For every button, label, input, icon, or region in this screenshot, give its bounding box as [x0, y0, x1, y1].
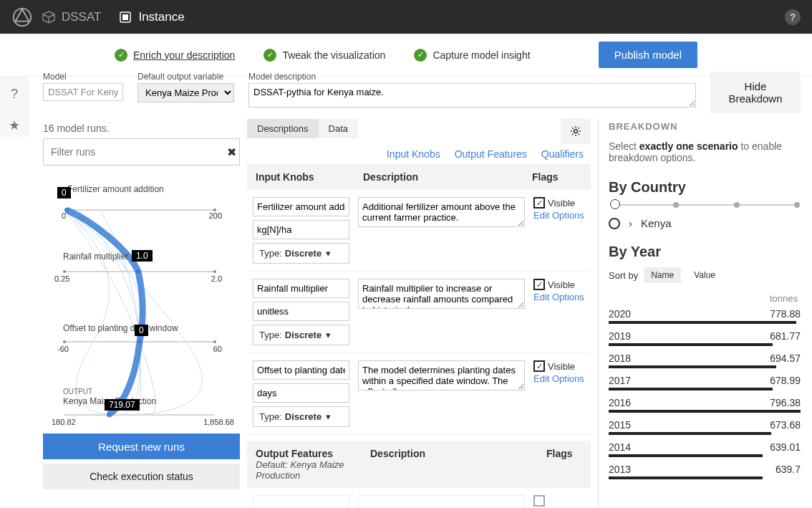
instance-icon [118, 10, 132, 24]
publish-button[interactable]: Publish model [599, 42, 697, 68]
year-row[interactable]: 2017678.99 [609, 375, 801, 390]
viz-axis1-badge: 0 [57, 187, 71, 198]
edit-options-link[interactable]: Edit Options [533, 210, 585, 221]
brand-instance[interactable]: Instance [118, 10, 184, 24]
sort-value-button[interactable]: Value [687, 267, 722, 283]
desc-label: Model description [248, 72, 696, 82]
visible-checkbox[interactable] [533, 360, 545, 372]
by-country-heading: By Country [609, 179, 801, 196]
visible-checkbox[interactable] [533, 197, 545, 209]
of-name-input[interactable] [253, 495, 349, 508]
knob-name-input[interactable] [253, 360, 349, 380]
year-value: 639.01 [770, 441, 801, 453]
brand-dssat-label: DSSAT [62, 10, 101, 24]
year-row[interactable]: 2015673.68 [609, 419, 801, 435]
knob-row: Type: Discrete ▾ Additional fertilizer a… [247, 190, 591, 272]
step-tweak[interactable]: ✓ Tweak the visualization [264, 49, 385, 62]
year-label: 2017 [609, 375, 631, 386]
knob-unit-input[interactable] [253, 220, 349, 239]
knob-type-select[interactable]: Type: Discrete ▾ [253, 325, 349, 345]
help-icon[interactable]: ? [785, 9, 801, 25]
runs-count: 16 model runs. [43, 123, 240, 134]
year-label: 2013 [609, 464, 631, 475]
svg-point-0 [14, 8, 31, 25]
edit-options-link[interactable]: Edit Options [533, 292, 585, 302]
year-bar [609, 321, 796, 324]
breakdown-column: BREAKDOWN Select exactly one scenario to… [598, 118, 801, 508]
knob-desc-textarea[interactable]: The model determines planting dates with… [358, 360, 525, 390]
col-flags: Flags [532, 171, 582, 183]
knobs-column: Descriptions Data Input Knobs Output Fea… [240, 118, 598, 508]
filter-runs: ✖ [43, 138, 240, 166]
help-tip-icon[interactable]: ? [3, 82, 26, 105]
knob-name-input[interactable] [253, 197, 349, 216]
check-status-button[interactable]: Check execution status [43, 464, 240, 489]
year-row[interactable]: 2019681.77 [609, 330, 801, 346]
viz-axis1-lo: 0 [62, 211, 66, 220]
year-row[interactable]: 2018694.57 [609, 353, 801, 368]
filter-input[interactable] [44, 139, 223, 165]
viz-axis3-lo: -60 [57, 345, 69, 353]
step-enrich[interactable]: ✓ Enrich your description [115, 49, 235, 62]
chevron-right-icon: › [629, 217, 632, 229]
by-year-heading: By Year [609, 244, 801, 260]
viz-axis3-label: Offset to planting date window [63, 323, 178, 333]
sort-name-button[interactable]: Name [644, 267, 681, 283]
year-row[interactable]: 2020778.88 [609, 308, 801, 324]
year-label: 2015 [609, 419, 631, 431]
svg-rect-2 [122, 14, 128, 20]
request-runs-button[interactable]: Request new runs [43, 433, 240, 459]
chevron-down-icon: ▾ [326, 411, 331, 422]
year-row[interactable]: 2016796.38 [609, 397, 801, 413]
hide-breakdown-button[interactable]: Hide Breakdown [710, 72, 801, 113]
of-desc-textarea[interactable] [358, 495, 525, 508]
knob-row: Type: Discrete ▾ The model determines pl… [247, 353, 591, 435]
year-label: 2019 [609, 330, 631, 342]
edit-options-link[interactable]: Edit Options [533, 373, 585, 384]
tab-descriptions[interactable]: Descriptions [247, 119, 319, 138]
knob-desc-textarea[interactable]: Rainfall multiplier to increase or decre… [358, 279, 525, 309]
visible-checkbox[interactable] [533, 279, 545, 290]
year-value: 639.7 [775, 464, 801, 475]
star-icon[interactable]: ★ [3, 114, 26, 137]
year-row[interactable]: 2014639.01 [609, 441, 801, 457]
svg-point-13 [63, 340, 66, 343]
unit-label: tonnes [609, 293, 801, 304]
clear-filter-icon[interactable]: ✖ [223, 139, 239, 165]
step-capture[interactable]: ✓ Capture model insight [414, 49, 530, 62]
of-checkbox[interactable] [533, 495, 545, 507]
knob-name-input[interactable] [253, 279, 349, 298]
of-description: Description [370, 448, 546, 481]
radio-icon[interactable] [609, 218, 620, 229]
knob-type-select[interactable]: Type: Discrete ▾ [253, 243, 349, 264]
knob-type-select[interactable]: Type: Discrete ▾ [253, 406, 349, 427]
knobs-header: Input Knobs Description Flags [247, 164, 591, 190]
knob-unit-input[interactable] [253, 302, 349, 321]
year-row[interactable]: 2013639.7 [609, 464, 801, 479]
parallel-coords-viz[interactable]: Fertilizer amount addition 0 0 200 Rainf… [43, 171, 240, 429]
svg-point-12 [137, 340, 142, 344]
runs-column: 16 model runs. ✖ [43, 118, 240, 508]
country-row[interactable]: › Kenya [609, 217, 801, 229]
link-qualifiers[interactable]: Qualifiers [541, 148, 584, 160]
brand-instance-label: Instance [138, 10, 184, 24]
brand-dssat[interactable]: DSSAT [42, 10, 101, 24]
output-features-header: Output Features Default: Kenya Maize Pro… [247, 441, 591, 488]
desc-textarea[interactable]: DSSAT-pythia for Kenya maize. [248, 83, 696, 107]
country-level-slider[interactable] [613, 203, 796, 207]
viz-axis1-label: Fertilizer amount addition [67, 184, 164, 194]
link-output-features[interactable]: Output Features [455, 148, 527, 160]
country-name: Kenya [641, 217, 672, 229]
chevron-down-icon: ▾ [326, 330, 331, 340]
viz-axis1-hi: 200 [209, 211, 222, 220]
tab-data[interactable]: Data [319, 119, 358, 138]
link-input-knobs[interactable]: Input Knobs [387, 148, 440, 160]
knob-desc-textarea[interactable]: Additional fertilizer amount above the c… [358, 197, 525, 227]
year-bar [609, 343, 773, 346]
model-input[interactable] [43, 83, 123, 101]
knob-unit-input[interactable] [253, 383, 349, 403]
main-columns: 16 model runs. ✖ [43, 118, 801, 508]
year-value: 778.88 [770, 308, 801, 320]
outvar-select[interactable]: Kenya Maize Production [137, 83, 234, 102]
settings-gear-button[interactable] [561, 118, 591, 144]
